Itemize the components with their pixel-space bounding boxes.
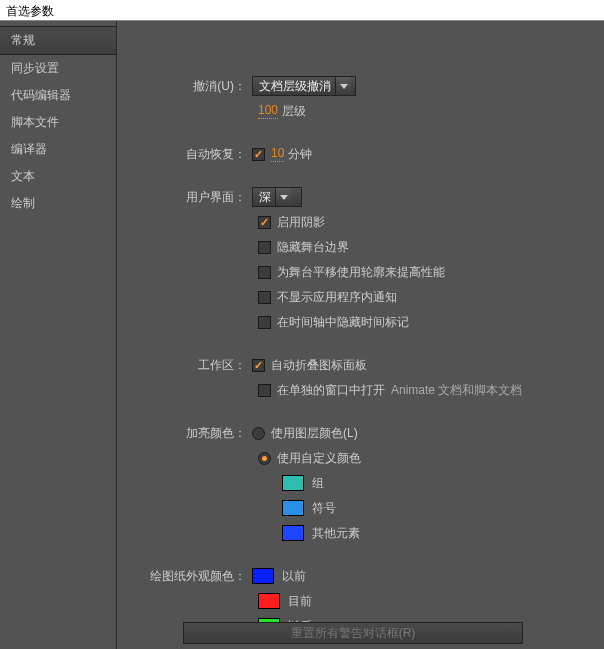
sidebar-item-drawing[interactable]: 绘制 <box>0 190 116 217</box>
use-layer-color-radio[interactable] <box>252 427 265 440</box>
onion-current-label: 目前 <box>288 593 312 610</box>
main-area: 常规 同步设置 代码编辑器 脚本文件 编译器 文本 绘制 撤消(U)： 文档层级… <box>0 21 604 649</box>
onion-before-label: 以前 <box>282 568 306 585</box>
onion-label: 绘图纸外观颜色： <box>117 568 252 585</box>
hide-stage-border-checkbox[interactable] <box>258 241 271 254</box>
open-separate-window-label-b: Animate 文档和脚本文档 <box>391 382 522 399</box>
undo-label: 撤消(U)： <box>117 78 252 95</box>
use-custom-color-label: 使用自定义颜色 <box>277 450 361 467</box>
sidebar-item-code-editor[interactable]: 代码编辑器 <box>0 82 116 109</box>
hide-time-markers-checkbox[interactable] <box>258 316 271 329</box>
other-color-label: 其他元素 <box>312 525 360 542</box>
group-color-label: 组 <box>312 475 324 492</box>
undo-levels-unit: 层级 <box>282 103 306 120</box>
hide-time-markers-label: 在时间轴中隐藏时间标记 <box>277 314 409 331</box>
sidebar-item-script-files[interactable]: 脚本文件 <box>0 109 116 136</box>
auto-recover-checkbox[interactable] <box>252 148 265 161</box>
reset-warnings-button[interactable]: 重置所有警告对话框(R) <box>183 622 523 644</box>
sidebar-item-general[interactable]: 常规 <box>0 26 116 55</box>
auto-recover-minutes-unit: 分钟 <box>288 146 312 163</box>
hide-stage-border-label: 隐藏舞台边界 <box>277 239 349 256</box>
chevron-down-icon <box>335 77 351 95</box>
ui-label: 用户界面： <box>117 189 252 206</box>
auto-recover-minutes-value[interactable]: 10 <box>271 146 284 162</box>
symbol-color-label: 符号 <box>312 500 336 517</box>
pan-performance-label: 为舞台平移使用轮廓来提高性能 <box>277 264 445 281</box>
no-in-app-notify-checkbox[interactable] <box>258 291 271 304</box>
ui-theme-dropdown[interactable]: 深 <box>252 187 302 207</box>
sidebar-item-text[interactable]: 文本 <box>0 163 116 190</box>
onion-before-swatch[interactable] <box>252 568 274 584</box>
auto-recover-label: 自动恢复： <box>117 146 252 163</box>
pan-performance-checkbox[interactable] <box>258 266 271 279</box>
open-separate-window-checkbox[interactable] <box>258 384 271 397</box>
sidebar-item-compiler[interactable]: 编译器 <box>0 136 116 163</box>
group-color-swatch[interactable] <box>282 475 304 491</box>
auto-collapse-label: 自动折叠图标面板 <box>271 357 367 374</box>
onion-current-swatch[interactable] <box>258 593 280 609</box>
undo-levels-value[interactable]: 100 <box>258 103 278 119</box>
content-panel: 撤消(U)： 文档层级撤消 100 层级 自动恢复： 10 分钟 用户界面： 深 <box>117 21 604 649</box>
symbol-color-swatch[interactable] <box>282 500 304 516</box>
workspace-label: 工作区： <box>117 357 252 374</box>
auto-collapse-checkbox[interactable] <box>252 359 265 372</box>
sidebar: 常规 同步设置 代码编辑器 脚本文件 编译器 文本 绘制 <box>0 21 117 649</box>
other-color-swatch[interactable] <box>282 525 304 541</box>
open-separate-window-label-a: 在单独的窗口中打开 <box>277 382 385 399</box>
window-title-bar: 首选参数 <box>0 0 604 21</box>
highlight-label: 加亮颜色： <box>117 425 252 442</box>
enable-shadow-label: 启用阴影 <box>277 214 325 231</box>
chevron-down-icon <box>275 188 291 206</box>
sidebar-item-sync[interactable]: 同步设置 <box>0 55 116 82</box>
use-custom-color-radio[interactable] <box>258 452 271 465</box>
no-in-app-notify-label: 不显示应用程序内通知 <box>277 289 397 306</box>
use-layer-color-label: 使用图层颜色(L) <box>271 425 358 442</box>
undo-dropdown[interactable]: 文档层级撤消 <box>252 76 356 96</box>
window-title: 首选参数 <box>6 4 54 18</box>
enable-shadow-checkbox[interactable] <box>258 216 271 229</box>
